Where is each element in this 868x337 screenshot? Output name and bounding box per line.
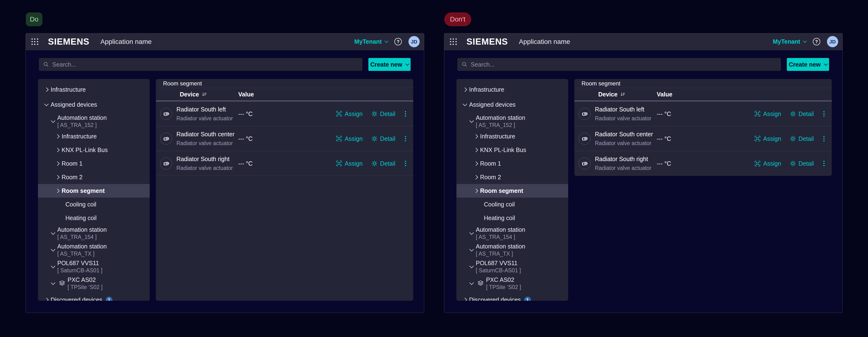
assign-button[interactable]: Assign [754, 160, 781, 167]
tree-item-label: PXC AS02 [67, 276, 103, 283]
tree-item[interactable]: Room segment [38, 184, 150, 197]
tree-item[interactable]: Room 1 [457, 157, 568, 171]
tree-chevron-icon [44, 102, 49, 106]
sort-descending-icon [620, 91, 626, 97]
tree-item-label: PXC AS02 [486, 276, 521, 283]
detail-button[interactable]: Detail [790, 110, 814, 117]
tree-item[interactable]: Infrastructure [457, 130, 568, 143]
device-row: Radiator South left Radiator valve actua… [156, 101, 413, 126]
tenant-menu[interactable]: MyTenant [773, 38, 806, 45]
tree-chevron-icon [469, 118, 474, 123]
radiator-valve-icon [160, 108, 172, 120]
tree-item[interactable]: Cooling coil [457, 197, 568, 211]
tree-item[interactable]: PXC AS02 [ TPSite ‘S02 ] [38, 275, 150, 292]
tree-item[interactable]: Automation station [ AS_TRA_152 ] [457, 113, 568, 130]
kebab-menu-icon[interactable] [823, 110, 826, 117]
radiator-valve-icon [579, 133, 591, 145]
help-icon[interactable]: ? [813, 38, 820, 45]
chevron-down-icon [405, 62, 409, 66]
tree-item[interactable]: Automation station [ AS_TRA_154 ] [457, 225, 568, 242]
avatar[interactable]: JD [408, 36, 420, 47]
tree-item[interactable]: Automation station [ AS_TRA_TX ] [38, 242, 150, 258]
assign-button[interactable]: Assign [336, 135, 363, 142]
detail-button[interactable]: Detail [371, 110, 395, 117]
tree-chevron-icon [51, 264, 55, 268]
tree-item[interactable]: KNX PL-Link Bus [457, 143, 568, 157]
tree-item[interactable]: Automation station [ AS_TRA_154 ] [38, 225, 150, 242]
tree-item-subtitle: [ AS_TRA_154 ] [476, 234, 525, 240]
assign-button[interactable]: Assign [336, 160, 363, 167]
radiator-valve-icon [579, 157, 591, 170]
column-device[interactable]: Device [598, 91, 626, 98]
column-value[interactable]: Value [657, 91, 672, 98]
radiator-valve-icon [160, 157, 172, 170]
detail-button[interactable]: Detail [790, 135, 814, 142]
tree-item-label: Room 2 [480, 174, 501, 181]
tree-item[interactable]: PXC AS02 [ TPSite ‘S02 ] [457, 275, 568, 292]
tree-item[interactable]: Assigned devices [457, 98, 568, 112]
device-type: Radiator valve actuator [177, 165, 233, 171]
help-icon[interactable]: ? [394, 38, 402, 45]
tree-item-label: POL687 VVS11 [476, 260, 521, 267]
tree-item[interactable]: Infrastructure [38, 83, 150, 96]
tree-chevron-icon [469, 230, 474, 235]
detail-button[interactable]: Detail [371, 135, 395, 142]
kebab-menu-icon[interactable] [404, 160, 407, 167]
content-area: Infrastructure Assigned devices [457, 79, 842, 301]
tree-item[interactable]: Heating coil [457, 211, 568, 225]
column-device[interactable]: Device [180, 91, 207, 98]
tree-item[interactable]: Discovered devices 1 [457, 293, 568, 301]
tree-chevron-icon [463, 298, 467, 301]
create-new-button[interactable]: Create new [787, 58, 829, 71]
tree-item[interactable]: Cooling coil [38, 197, 150, 211]
kebab-menu-icon[interactable] [404, 110, 407, 117]
device-value: --- °C [657, 160, 671, 167]
tree-item[interactable]: Room segment [457, 184, 568, 197]
tree-item[interactable]: Room 1 [38, 157, 150, 171]
create-new-button[interactable]: Create new [368, 58, 411, 71]
tree-item[interactable]: Assigned devices [38, 98, 150, 112]
assign-button[interactable]: Assign [754, 110, 781, 117]
gear-icon [790, 111, 796, 117]
tree-item[interactable]: Infrastructure [38, 130, 150, 143]
tree-item[interactable]: Room 2 [457, 171, 568, 184]
app-launcher-icon[interactable] [449, 38, 457, 46]
qr-scan-icon [336, 160, 342, 167]
search-icon [461, 61, 468, 67]
tree-item[interactable]: Infrastructure [457, 83, 568, 96]
assign-button[interactable]: Assign [336, 110, 363, 117]
gear-icon [371, 160, 378, 166]
example-scene: Don't SIEMENS Application name MyTenant … [444, 12, 843, 26]
tenant-menu[interactable]: MyTenant [354, 38, 388, 45]
avatar[interactable]: JD [827, 36, 838, 47]
tree-item[interactable]: KNX PL-Link Bus [38, 143, 150, 157]
tree-item[interactable]: Heating coil [38, 211, 150, 225]
search-input[interactable]: Search... [457, 58, 781, 71]
tree-item-label: Automation station [476, 114, 525, 121]
detail-button[interactable]: Detail [790, 160, 814, 167]
kebab-menu-icon[interactable] [404, 135, 407, 142]
tree-item[interactable]: Room 2 [38, 171, 150, 184]
search-input[interactable]: Search... [39, 58, 362, 71]
tree-item[interactable]: Automation station [ AS_TRA_152 ] [38, 113, 150, 130]
device-row: Radiator South right Radiator valve actu… [156, 151, 413, 176]
tree-item[interactable]: POL687 VVS11 [ SaturnCB-AS01 ] [457, 258, 568, 275]
device-name: Radiator South center [177, 131, 235, 138]
device-value: --- °C [238, 135, 253, 142]
column-value[interactable]: Value [238, 91, 254, 98]
detail-button[interactable]: Detail [371, 160, 395, 167]
tree-item-subtitle: [ AS_TRA_154 ] [57, 234, 107, 240]
tenant-label: MyTenant [354, 38, 382, 45]
siemens-logo: SIEMENS [48, 37, 90, 47]
room-segment-panel: Room segment Device Value [575, 79, 832, 176]
tree-item-subtitle: [ TPSite ‘S02 ] [67, 284, 103, 290]
chevron-down-icon [803, 39, 807, 43]
app-launcher-icon[interactable] [31, 38, 39, 46]
tree-item[interactable]: Automation station [ AS_TRA_TX ] [457, 242, 568, 258]
tree-item[interactable]: Discovered devices 1 [38, 293, 150, 301]
kebab-menu-icon[interactable] [823, 160, 826, 167]
tree-item[interactable]: POL687 VVS11 [ SaturnCB-AS01 ] [38, 258, 150, 275]
tree-chevron-icon [55, 161, 59, 166]
kebab-menu-icon[interactable] [823, 135, 826, 142]
assign-button[interactable]: Assign [754, 135, 781, 142]
